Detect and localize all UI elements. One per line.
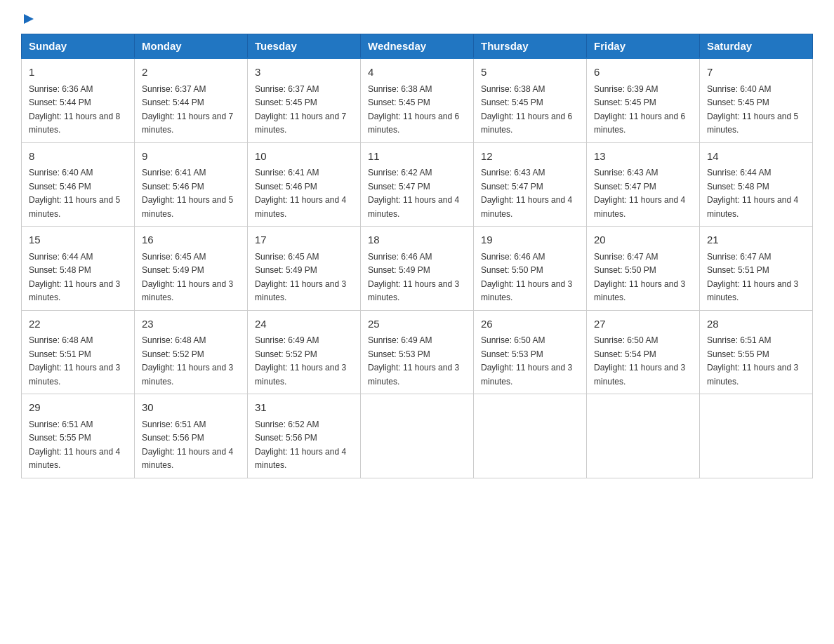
calendar-week-row: 29Sunrise: 6:51 AMSunset: 5:55 PMDayligh… bbox=[22, 394, 813, 478]
day-info: Sunrise: 6:50 AMSunset: 5:53 PMDaylight:… bbox=[481, 335, 572, 387]
calendar-day-cell bbox=[587, 394, 700, 478]
calendar-day-cell: 13Sunrise: 6:43 AMSunset: 5:47 PMDayligh… bbox=[587, 142, 700, 227]
day-info: Sunrise: 6:38 AMSunset: 5:45 PMDaylight:… bbox=[368, 84, 459, 135]
calendar-day-cell: 20Sunrise: 6:47 AMSunset: 5:50 PMDayligh… bbox=[587, 227, 700, 311]
day-number: 10 bbox=[255, 149, 353, 165]
day-info: Sunrise: 6:37 AMSunset: 5:45 PMDaylight:… bbox=[255, 84, 346, 135]
day-number: 19 bbox=[481, 232, 579, 248]
day-info: Sunrise: 6:50 AMSunset: 5:54 PMDaylight:… bbox=[594, 335, 685, 387]
day-of-week-header: Monday bbox=[135, 34, 248, 59]
day-number: 5 bbox=[481, 65, 579, 81]
svg-marker-0 bbox=[24, 14, 34, 24]
calendar-day-cell: 23Sunrise: 6:48 AMSunset: 5:52 PMDayligh… bbox=[135, 310, 248, 394]
calendar-week-row: 8Sunrise: 6:40 AMSunset: 5:46 PMDaylight… bbox=[22, 142, 813, 227]
day-number: 18 bbox=[368, 232, 466, 248]
day-number: 11 bbox=[368, 149, 466, 165]
day-info: Sunrise: 6:37 AMSunset: 5:44 PMDaylight:… bbox=[142, 84, 233, 135]
page-header bbox=[21, 14, 813, 22]
day-info: Sunrise: 6:43 AMSunset: 5:47 PMDaylight:… bbox=[594, 168, 685, 219]
day-number: 30 bbox=[142, 400, 240, 416]
day-number: 20 bbox=[594, 232, 692, 248]
day-number: 13 bbox=[594, 149, 692, 165]
day-number: 24 bbox=[255, 316, 353, 333]
day-info: Sunrise: 6:52 AMSunset: 5:56 PMDaylight:… bbox=[255, 420, 346, 471]
calendar-day-cell: 5Sunrise: 6:38 AMSunset: 5:45 PMDaylight… bbox=[474, 58, 587, 142]
day-number: 7 bbox=[707, 65, 805, 81]
calendar-day-cell: 11Sunrise: 6:42 AMSunset: 5:47 PMDayligh… bbox=[361, 142, 474, 227]
calendar-day-cell: 15Sunrise: 6:44 AMSunset: 5:48 PMDayligh… bbox=[22, 227, 135, 311]
day-number: 2 bbox=[142, 65, 240, 81]
day-info: Sunrise: 6:40 AMSunset: 5:45 PMDaylight:… bbox=[707, 84, 798, 135]
logo-arrow-icon bbox=[22, 13, 35, 25]
calendar-day-cell: 3Sunrise: 6:37 AMSunset: 5:45 PMDaylight… bbox=[248, 58, 361, 142]
day-info: Sunrise: 6:49 AMSunset: 5:53 PMDaylight:… bbox=[368, 335, 459, 387]
day-info: Sunrise: 6:41 AMSunset: 5:46 PMDaylight:… bbox=[255, 168, 346, 219]
calendar-day-cell: 17Sunrise: 6:45 AMSunset: 5:49 PMDayligh… bbox=[248, 227, 361, 311]
calendar-day-cell bbox=[361, 394, 474, 478]
day-of-week-header: Wednesday bbox=[361, 34, 474, 59]
day-number: 31 bbox=[255, 400, 353, 416]
day-number: 1 bbox=[29, 65, 127, 81]
calendar-day-cell: 28Sunrise: 6:51 AMSunset: 5:55 PMDayligh… bbox=[700, 310, 813, 394]
day-info: Sunrise: 6:44 AMSunset: 5:48 PMDaylight:… bbox=[29, 252, 120, 303]
logo bbox=[21, 14, 35, 22]
day-number: 27 bbox=[594, 316, 692, 333]
day-of-week-header: Saturday bbox=[700, 34, 813, 59]
day-info: Sunrise: 6:48 AMSunset: 5:52 PMDaylight:… bbox=[142, 335, 233, 387]
day-number: 22 bbox=[29, 316, 127, 333]
day-info: Sunrise: 6:46 AMSunset: 5:50 PMDaylight:… bbox=[481, 252, 572, 303]
day-number: 17 bbox=[255, 232, 353, 248]
day-info: Sunrise: 6:39 AMSunset: 5:45 PMDaylight:… bbox=[594, 84, 685, 135]
calendar-day-cell: 1Sunrise: 6:36 AMSunset: 5:44 PMDaylight… bbox=[22, 58, 135, 142]
calendar-day-cell: 19Sunrise: 6:46 AMSunset: 5:50 PMDayligh… bbox=[474, 227, 587, 311]
calendar-day-cell: 6Sunrise: 6:39 AMSunset: 5:45 PMDaylight… bbox=[587, 58, 700, 142]
calendar-day-cell: 31Sunrise: 6:52 AMSunset: 5:56 PMDayligh… bbox=[248, 394, 361, 478]
calendar-day-cell: 25Sunrise: 6:49 AMSunset: 5:53 PMDayligh… bbox=[361, 310, 474, 394]
day-info: Sunrise: 6:46 AMSunset: 5:49 PMDaylight:… bbox=[368, 252, 459, 303]
day-info: Sunrise: 6:45 AMSunset: 5:49 PMDaylight:… bbox=[142, 252, 233, 303]
day-of-week-header: Sunday bbox=[22, 34, 135, 59]
day-number: 29 bbox=[29, 400, 127, 416]
day-number: 16 bbox=[142, 232, 240, 248]
day-number: 26 bbox=[481, 316, 579, 333]
day-of-week-header: Thursday bbox=[474, 34, 587, 59]
calendar-day-cell: 18Sunrise: 6:46 AMSunset: 5:49 PMDayligh… bbox=[361, 227, 474, 311]
day-info: Sunrise: 6:41 AMSunset: 5:46 PMDaylight:… bbox=[142, 168, 233, 219]
calendar-day-cell: 24Sunrise: 6:49 AMSunset: 5:52 PMDayligh… bbox=[248, 310, 361, 394]
day-info: Sunrise: 6:51 AMSunset: 5:55 PMDaylight:… bbox=[29, 420, 120, 471]
day-number: 3 bbox=[255, 65, 353, 81]
calendar-day-cell: 9Sunrise: 6:41 AMSunset: 5:46 PMDaylight… bbox=[135, 142, 248, 227]
day-info: Sunrise: 6:51 AMSunset: 5:55 PMDaylight:… bbox=[707, 335, 798, 387]
day-number: 23 bbox=[142, 316, 240, 333]
calendar-week-row: 22Sunrise: 6:48 AMSunset: 5:51 PMDayligh… bbox=[22, 310, 813, 394]
calendar-day-cell: 7Sunrise: 6:40 AMSunset: 5:45 PMDaylight… bbox=[700, 58, 813, 142]
calendar-day-cell bbox=[474, 394, 587, 478]
calendar-day-cell: 27Sunrise: 6:50 AMSunset: 5:54 PMDayligh… bbox=[587, 310, 700, 394]
day-info: Sunrise: 6:43 AMSunset: 5:47 PMDaylight:… bbox=[481, 168, 572, 219]
calendar-day-cell: 14Sunrise: 6:44 AMSunset: 5:48 PMDayligh… bbox=[700, 142, 813, 227]
day-info: Sunrise: 6:36 AMSunset: 5:44 PMDaylight:… bbox=[29, 84, 120, 135]
calendar-day-cell: 12Sunrise: 6:43 AMSunset: 5:47 PMDayligh… bbox=[474, 142, 587, 227]
calendar-week-row: 1Sunrise: 6:36 AMSunset: 5:44 PMDaylight… bbox=[22, 58, 813, 142]
day-info: Sunrise: 6:51 AMSunset: 5:56 PMDaylight:… bbox=[142, 420, 233, 471]
day-number: 14 bbox=[707, 149, 805, 165]
day-number: 15 bbox=[29, 232, 127, 248]
day-info: Sunrise: 6:48 AMSunset: 5:51 PMDaylight:… bbox=[29, 335, 120, 387]
day-info: Sunrise: 6:44 AMSunset: 5:48 PMDaylight:… bbox=[707, 168, 798, 219]
day-number: 21 bbox=[707, 232, 805, 248]
calendar-day-cell: 21Sunrise: 6:47 AMSunset: 5:51 PMDayligh… bbox=[700, 227, 813, 311]
day-of-week-header: Tuesday bbox=[248, 34, 361, 59]
day-of-week-header: Friday bbox=[587, 34, 700, 59]
day-number: 28 bbox=[707, 316, 805, 333]
day-number: 4 bbox=[368, 65, 466, 81]
calendar-day-cell: 22Sunrise: 6:48 AMSunset: 5:51 PMDayligh… bbox=[22, 310, 135, 394]
calendar-day-cell: 30Sunrise: 6:51 AMSunset: 5:56 PMDayligh… bbox=[135, 394, 248, 478]
calendar-day-cell: 16Sunrise: 6:45 AMSunset: 5:49 PMDayligh… bbox=[135, 227, 248, 311]
day-info: Sunrise: 6:42 AMSunset: 5:47 PMDaylight:… bbox=[368, 168, 459, 219]
calendar-day-cell: 4Sunrise: 6:38 AMSunset: 5:45 PMDaylight… bbox=[361, 58, 474, 142]
calendar-day-cell: 26Sunrise: 6:50 AMSunset: 5:53 PMDayligh… bbox=[474, 310, 587, 394]
day-number: 25 bbox=[368, 316, 466, 333]
calendar-day-cell bbox=[700, 394, 813, 478]
day-info: Sunrise: 6:47 AMSunset: 5:51 PMDaylight:… bbox=[707, 252, 798, 303]
day-number: 6 bbox=[594, 65, 692, 81]
